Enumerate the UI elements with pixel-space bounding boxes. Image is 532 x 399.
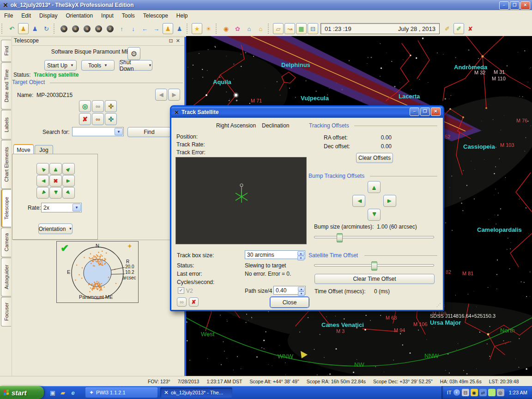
sidebar-tab-focuser[interactable]: Focuser — [1, 297, 11, 326]
connect-telescope-icon[interactable]: ♟ — [18, 23, 29, 34]
pan-left-icon[interactable]: ← — [139, 23, 150, 34]
dialog-minimize-button[interactable]: – — [410, 108, 419, 116]
menu-input[interactable]: Input — [97, 11, 118, 20]
dialog-restore-button[interactable]: ❐ — [420, 108, 430, 116]
orientation-button[interactable]: Orientation▼ — [38, 224, 73, 234]
comet-icon[interactable]: ◉ — [221, 23, 231, 34]
spin-down-icon[interactable]: ▼ — [297, 256, 304, 260]
scope-pos-n-icon[interactable]: N — [59, 23, 69, 34]
bump-down-button[interactable]: ▲ — [368, 209, 381, 221]
path-icon[interactable]: ↝ — [284, 23, 295, 34]
scope-pos-e-icon[interactable]: E — [70, 23, 81, 34]
abort-slew-button[interactable]: ✘ — [79, 113, 91, 125]
move-sw-button[interactable]: ▲ — [36, 187, 49, 199]
photo-button[interactable]: ∞ — [177, 297, 187, 307]
task-button-skyx[interactable]: ✕ok_12july2013* - The... — [160, 387, 232, 398]
menu-help[interactable]: Help — [172, 11, 192, 20]
menu-telescope[interactable]: Telescope — [139, 11, 172, 20]
panel-float-icon[interactable]: ⊡ — [169, 38, 176, 43]
startup-button[interactable]: Start Up▼ — [44, 60, 77, 71]
sidebar-tab-chart-elements[interactable]: Chart Elements — [1, 140, 11, 189]
slider-thumb[interactable] — [337, 233, 343, 242]
spin-down-icon[interactable]: ▼ — [298, 291, 305, 296]
clear-offsets-button[interactable]: Clear Offsets — [356, 153, 393, 163]
sidebar-tab-telescope[interactable]: Telescope — [1, 189, 11, 227]
tools-button[interactable]: Tools▼ — [81, 60, 115, 71]
sidebar-tab-labels[interactable]: Labels — [1, 110, 11, 139]
grid-frame-icon[interactable]: ▦ — [296, 23, 307, 34]
track-box-view[interactable] — [175, 157, 307, 244]
sidebar-tab-camera[interactable]: Camera — [1, 228, 11, 257]
monitor-clock-icon[interactable]: ⊟ — [308, 23, 318, 34]
label-tag-icon[interactable]: ▱ — [273, 23, 284, 34]
bump-right-button[interactable]: ▲ — [383, 195, 396, 207]
disconnect-telescope-icon[interactable]: ♟ — [30, 23, 40, 34]
sidebar-tab-find[interactable]: Find — [1, 40, 11, 62]
menu-file[interactable]: File — [0, 11, 17, 20]
v2-checkbox[interactable]: ✔ — [178, 287, 184, 294]
time-date-display[interactable]: 01 :23 :19 July 28 , 2013 — [320, 23, 440, 34]
start-button[interactable]: start — [0, 386, 44, 399]
close-button[interactable]: ✕ — [520, 1, 530, 10]
leaf-tray-icon[interactable] — [488, 389, 496, 396]
slew-icon[interactable]: ↶ — [6, 23, 17, 34]
dialog-title-bar[interactable]: ✕ Track Satellite – ❐ ✕ — [171, 107, 443, 118]
slider-thumb[interactable] — [371, 261, 377, 271]
menu-tools[interactable]: Tools — [118, 11, 139, 20]
sync-crosshair-button[interactable]: ✜ — [105, 113, 117, 125]
show-photo-button[interactable]: ∞ — [92, 100, 104, 112]
next-target-button[interactable]: ▶ — [168, 89, 180, 101]
prev-target-button[interactable]: ◀ — [155, 89, 167, 101]
spin-up-icon[interactable]: ▲ — [298, 287, 305, 291]
bump-up-button[interactable]: ▲ — [368, 181, 381, 193]
chevron-down-icon[interactable]: ▼ — [73, 204, 81, 212]
time-offset-slider[interactable] — [314, 261, 434, 268]
display-tray-icon[interactable]: ⊟ — [462, 389, 469, 396]
toolbar-grip[interactable] — [187, 24, 190, 34]
browser-icon[interactable]: e — [69, 388, 77, 397]
scope-pos-z-icon[interactable]: Z — [105, 23, 115, 34]
bump-left-button[interactable]: ▲ — [352, 195, 365, 207]
dome-blue-icon[interactable]: ⌂ — [244, 23, 254, 34]
pin-icon[interactable]: ✐ — [442, 23, 453, 34]
sidebar-tab-autoguider[interactable]: Autoguider — [1, 258, 11, 296]
move-se-button[interactable]: ▲ — [62, 187, 75, 199]
bump-size-slider[interactable] — [314, 233, 434, 240]
spin-up-icon[interactable]: ▲ — [297, 251, 304, 256]
goto-telescope-icon[interactable]: ♟ — [163, 23, 173, 34]
language-indicator[interactable]: IT — [447, 390, 452, 395]
pin-track-icon[interactable]: ✐ — [453, 23, 464, 34]
menu-edit[interactable]: Edit — [17, 11, 35, 20]
device-settings-button[interactable]: ⚙ — [127, 47, 140, 60]
sidebar-tab-date-and-time[interactable]: Date and Time — [1, 62, 11, 109]
star-chart-icon[interactable]: ★ — [192, 23, 202, 34]
menu-orientation[interactable]: Orientation — [61, 11, 97, 20]
toolbar-grip[interactable] — [54, 24, 57, 34]
move-n-button[interactable]: ▲ — [49, 163, 62, 175]
shutdown-button[interactable]: Shut Down▼ — [119, 60, 152, 71]
path-size-input[interactable]: 0.40 ▲▼ — [273, 286, 306, 295]
tray-chevron-icon[interactable]: ‹ — [453, 389, 460, 396]
slew-target-button[interactable]: ◎ — [79, 100, 91, 112]
toolbar-grip[interactable] — [1, 24, 5, 34]
stop-move-button[interactable]: ✖ — [49, 175, 62, 187]
toolbar-grip[interactable] — [268, 24, 271, 34]
move-ne-button[interactable]: ▲ — [62, 163, 75, 175]
dome-yellow-icon[interactable]: ⌂ — [255, 23, 266, 34]
rate-select[interactable]: 2x▼ — [41, 203, 82, 212]
find-button[interactable]: Find — [127, 127, 171, 137]
chevron-down-icon[interactable]: ▼ — [115, 128, 123, 135]
pan-right-icon[interactable]: → — [151, 23, 162, 34]
pan-up-icon[interactable]: ↑ — [116, 23, 127, 34]
tab-move[interactable]: Move — [13, 144, 34, 155]
search-input[interactable]: ▼ — [72, 127, 124, 136]
dialog-close-button[interactable]: ✕ — [431, 108, 441, 116]
task-button-pwi3[interactable]: ✦PWI3 1.1.2.1 — [85, 387, 157, 398]
camera-tray-icon[interactable]: ◎ — [497, 389, 504, 396]
move-nw-button[interactable]: ▲ — [36, 163, 49, 175]
menu-display[interactable]: Display — [35, 11, 61, 20]
sun-icon[interactable]: ☀ — [203, 23, 214, 34]
center-crosshair-button[interactable]: ✜ — [105, 100, 117, 112]
pan-down-icon[interactable]: ↓ — [128, 23, 139, 34]
network-tray-icon[interactable]: ⇄ — [479, 389, 487, 396]
